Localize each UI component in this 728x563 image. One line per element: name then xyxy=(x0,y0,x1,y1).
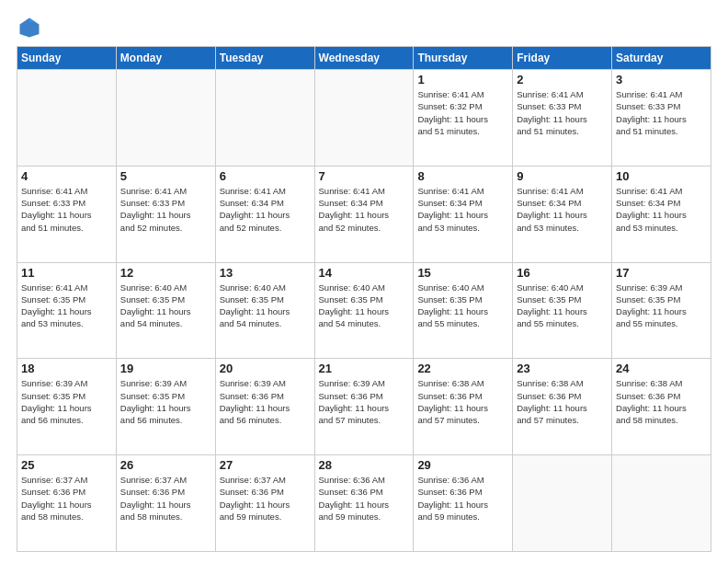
day-info: Sunrise: 6:37 AM Sunset: 6:36 PM Dayligh… xyxy=(120,474,211,523)
day-number: 22 xyxy=(417,362,508,375)
calendar-cell: 7Sunrise: 6:41 AM Sunset: 6:34 PM Daylig… xyxy=(314,166,414,262)
day-info: Sunrise: 6:41 AM Sunset: 6:34 PM Dayligh… xyxy=(319,185,410,234)
day-info: Sunrise: 6:41 AM Sunset: 6:32 PM Dayligh… xyxy=(417,88,508,137)
calendar: SundayMondayTuesdayWednesdayThursdayFrid… xyxy=(17,46,711,552)
day-header: Tuesday xyxy=(215,47,314,70)
calendar-cell xyxy=(513,455,612,552)
calendar-cell: 10Sunrise: 6:41 AM Sunset: 6:34 PM Dayli… xyxy=(612,166,711,262)
day-info: Sunrise: 6:41 AM Sunset: 6:34 PM Dayligh… xyxy=(220,185,311,234)
calendar-cell: 5Sunrise: 6:41 AM Sunset: 6:33 PM Daylig… xyxy=(116,166,215,262)
calendar-cell: 2Sunrise: 6:41 AM Sunset: 6:33 PM Daylig… xyxy=(513,70,612,167)
day-number: 8 xyxy=(417,169,508,183)
day-info: Sunrise: 6:40 AM Sunset: 6:35 PM Dayligh… xyxy=(319,282,410,330)
calendar-week-row: 18Sunrise: 6:39 AM Sunset: 6:35 PM Dayli… xyxy=(17,359,711,455)
day-info: Sunrise: 6:36 AM Sunset: 6:36 PM Dayligh… xyxy=(417,474,508,523)
calendar-cell xyxy=(314,70,414,167)
calendar-cell: 3Sunrise: 6:41 AM Sunset: 6:33 PM Daylig… xyxy=(612,70,711,167)
day-number: 5 xyxy=(120,169,211,183)
day-number: 12 xyxy=(120,266,211,280)
day-info: Sunrise: 6:40 AM Sunset: 6:35 PM Dayligh… xyxy=(517,282,608,330)
day-number: 29 xyxy=(417,458,508,472)
day-info: Sunrise: 6:39 AM Sunset: 6:35 PM Dayligh… xyxy=(616,282,707,330)
day-number: 9 xyxy=(517,169,608,183)
day-info: Sunrise: 6:38 AM Sunset: 6:36 PM Dayligh… xyxy=(417,377,508,426)
header xyxy=(17,15,711,40)
calendar-cell: 8Sunrise: 6:41 AM Sunset: 6:34 PM Daylig… xyxy=(414,166,513,262)
logo-icon xyxy=(17,15,42,40)
day-number: 19 xyxy=(120,362,211,375)
calendar-cell: 16Sunrise: 6:40 AM Sunset: 6:35 PM Dayli… xyxy=(513,262,612,359)
day-number: 13 xyxy=(220,266,311,280)
day-info: Sunrise: 6:37 AM Sunset: 6:36 PM Dayligh… xyxy=(21,474,112,523)
day-info: Sunrise: 6:39 AM Sunset: 6:35 PM Dayligh… xyxy=(21,377,112,426)
calendar-cell: 22Sunrise: 6:38 AM Sunset: 6:36 PM Dayli… xyxy=(414,359,513,455)
day-header: Thursday xyxy=(414,47,513,70)
day-number: 20 xyxy=(220,362,311,375)
day-number: 14 xyxy=(319,266,410,280)
calendar-cell: 21Sunrise: 6:39 AM Sunset: 6:36 PM Dayli… xyxy=(314,359,414,455)
calendar-cell: 24Sunrise: 6:38 AM Sunset: 6:36 PM Dayli… xyxy=(612,359,711,455)
day-number: 16 xyxy=(517,266,608,280)
day-info: Sunrise: 6:40 AM Sunset: 6:35 PM Dayligh… xyxy=(220,282,311,330)
day-number: 17 xyxy=(616,266,707,280)
day-info: Sunrise: 6:41 AM Sunset: 6:35 PM Dayligh… xyxy=(21,282,112,330)
day-header: Wednesday xyxy=(314,47,414,70)
day-number: 26 xyxy=(120,458,211,472)
day-number: 21 xyxy=(319,362,410,375)
calendar-week-row: 25Sunrise: 6:37 AM Sunset: 6:36 PM Dayli… xyxy=(17,455,711,552)
page: SundayMondayTuesdayWednesdayThursdayFrid… xyxy=(0,0,728,563)
calendar-cell: 13Sunrise: 6:40 AM Sunset: 6:35 PM Dayli… xyxy=(215,262,314,359)
calendar-header-row: SundayMondayTuesdayWednesdayThursdayFrid… xyxy=(17,47,711,70)
day-number: 11 xyxy=(21,266,112,280)
day-header: Monday xyxy=(116,47,215,70)
calendar-cell: 28Sunrise: 6:36 AM Sunset: 6:36 PM Dayli… xyxy=(314,455,414,552)
day-info: Sunrise: 6:41 AM Sunset: 6:33 PM Dayligh… xyxy=(616,88,707,137)
day-info: Sunrise: 6:39 AM Sunset: 6:36 PM Dayligh… xyxy=(220,377,311,426)
calendar-cell: 27Sunrise: 6:37 AM Sunset: 6:36 PM Dayli… xyxy=(215,455,314,552)
day-number: 18 xyxy=(21,362,112,375)
calendar-cell: 12Sunrise: 6:40 AM Sunset: 6:35 PM Dayli… xyxy=(116,262,215,359)
day-number: 25 xyxy=(21,458,112,472)
day-number: 15 xyxy=(417,266,508,280)
day-info: Sunrise: 6:41 AM Sunset: 6:34 PM Dayligh… xyxy=(517,185,608,234)
day-info: Sunrise: 6:41 AM Sunset: 6:34 PM Dayligh… xyxy=(417,185,508,234)
day-header: Friday xyxy=(513,47,612,70)
day-header: Saturday xyxy=(612,47,711,70)
calendar-cell: 15Sunrise: 6:40 AM Sunset: 6:35 PM Dayli… xyxy=(414,262,513,359)
day-info: Sunrise: 6:41 AM Sunset: 6:34 PM Dayligh… xyxy=(616,185,707,234)
day-info: Sunrise: 6:40 AM Sunset: 6:35 PM Dayligh… xyxy=(417,282,508,330)
calendar-cell: 26Sunrise: 6:37 AM Sunset: 6:36 PM Dayli… xyxy=(116,455,215,552)
calendar-cell xyxy=(17,70,117,167)
day-info: Sunrise: 6:39 AM Sunset: 6:36 PM Dayligh… xyxy=(319,377,410,426)
logo xyxy=(17,15,46,40)
calendar-cell: 9Sunrise: 6:41 AM Sunset: 6:34 PM Daylig… xyxy=(513,166,612,262)
day-header: Sunday xyxy=(17,47,117,70)
day-number: 6 xyxy=(220,169,311,183)
day-info: Sunrise: 6:38 AM Sunset: 6:36 PM Dayligh… xyxy=(616,377,707,426)
calendar-cell: 17Sunrise: 6:39 AM Sunset: 6:35 PM Dayli… xyxy=(612,262,711,359)
calendar-cell: 25Sunrise: 6:37 AM Sunset: 6:36 PM Dayli… xyxy=(17,455,117,552)
day-number: 7 xyxy=(319,169,410,183)
day-number: 28 xyxy=(319,458,410,472)
day-info: Sunrise: 6:40 AM Sunset: 6:35 PM Dayligh… xyxy=(120,282,211,330)
day-info: Sunrise: 6:36 AM Sunset: 6:36 PM Dayligh… xyxy=(319,474,410,523)
day-info: Sunrise: 6:38 AM Sunset: 6:36 PM Dayligh… xyxy=(517,377,608,426)
calendar-cell: 1Sunrise: 6:41 AM Sunset: 6:32 PM Daylig… xyxy=(414,70,513,167)
day-number: 2 xyxy=(517,73,608,86)
day-number: 3 xyxy=(616,73,707,86)
calendar-cell: 6Sunrise: 6:41 AM Sunset: 6:34 PM Daylig… xyxy=(215,166,314,262)
day-info: Sunrise: 6:41 AM Sunset: 6:33 PM Dayligh… xyxy=(517,88,608,137)
calendar-cell xyxy=(215,70,314,167)
day-info: Sunrise: 6:41 AM Sunset: 6:33 PM Dayligh… xyxy=(21,185,112,234)
calendar-cell: 18Sunrise: 6:39 AM Sunset: 6:35 PM Dayli… xyxy=(17,359,117,455)
day-info: Sunrise: 6:37 AM Sunset: 6:36 PM Dayligh… xyxy=(220,474,311,523)
calendar-week-row: 1Sunrise: 6:41 AM Sunset: 6:32 PM Daylig… xyxy=(17,70,711,167)
day-number: 4 xyxy=(21,169,112,183)
day-number: 10 xyxy=(616,169,707,183)
day-info: Sunrise: 6:39 AM Sunset: 6:35 PM Dayligh… xyxy=(120,377,211,426)
calendar-cell: 11Sunrise: 6:41 AM Sunset: 6:35 PM Dayli… xyxy=(17,262,117,359)
day-info: Sunrise: 6:41 AM Sunset: 6:33 PM Dayligh… xyxy=(120,185,211,234)
day-number: 27 xyxy=(220,458,311,472)
calendar-cell: 29Sunrise: 6:36 AM Sunset: 6:36 PM Dayli… xyxy=(414,455,513,552)
calendar-week-row: 4Sunrise: 6:41 AM Sunset: 6:33 PM Daylig… xyxy=(17,166,711,262)
